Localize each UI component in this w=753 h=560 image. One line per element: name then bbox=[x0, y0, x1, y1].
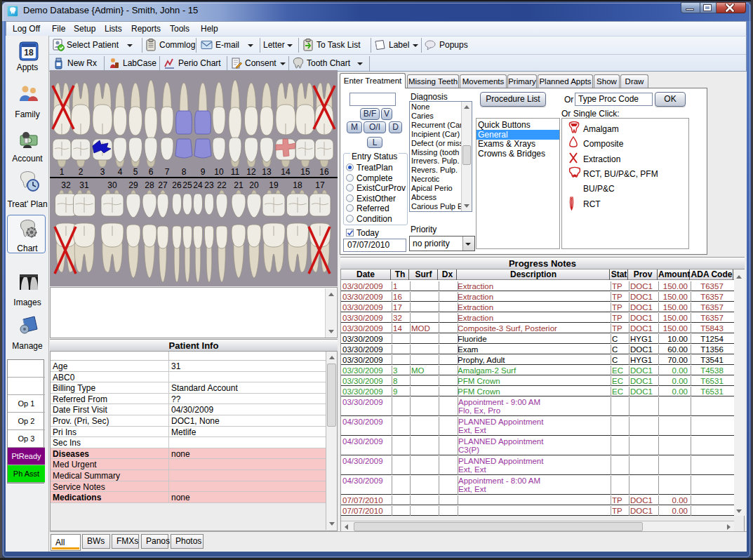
svg-text:8: 8 bbox=[182, 167, 187, 177]
svg-text:18: 18 bbox=[24, 48, 34, 58]
svg-text:20: 20 bbox=[249, 180, 259, 190]
svg-text:5: 5 bbox=[133, 167, 138, 177]
svg-text:4: 4 bbox=[118, 167, 123, 177]
svg-text:11: 11 bbox=[231, 167, 240, 177]
svg-text:23: 23 bbox=[204, 180, 214, 190]
svg-text:15: 15 bbox=[300, 167, 310, 177]
svg-text:14: 14 bbox=[281, 167, 291, 177]
svg-text:32: 32 bbox=[61, 180, 71, 190]
svg-text:16: 16 bbox=[319, 167, 329, 177]
svg-text:28: 28 bbox=[145, 180, 154, 190]
svg-text:7: 7 bbox=[165, 167, 170, 177]
svg-text:29: 29 bbox=[128, 180, 138, 190]
svg-text:27: 27 bbox=[158, 180, 168, 190]
svg-text:9: 9 bbox=[201, 167, 206, 177]
svg-text:31: 31 bbox=[79, 180, 89, 190]
svg-text:19: 19 bbox=[269, 180, 279, 190]
svg-text:30: 30 bbox=[107, 180, 117, 190]
svg-text:17: 17 bbox=[315, 180, 325, 190]
svg-text:25: 25 bbox=[182, 180, 192, 190]
svg-text:10: 10 bbox=[214, 167, 224, 177]
svg-text:26: 26 bbox=[172, 180, 182, 190]
svg-text:18: 18 bbox=[293, 180, 302, 190]
svg-text:13: 13 bbox=[262, 167, 272, 177]
svg-text:22: 22 bbox=[217, 180, 227, 190]
svg-text:21: 21 bbox=[234, 180, 244, 190]
svg-text:6: 6 bbox=[149, 167, 154, 177]
svg-text:3: 3 bbox=[100, 167, 105, 177]
svg-text:24: 24 bbox=[193, 180, 203, 190]
svg-text:1: 1 bbox=[60, 167, 65, 177]
svg-text:12: 12 bbox=[246, 167, 256, 177]
svg-text:2: 2 bbox=[79, 167, 84, 177]
